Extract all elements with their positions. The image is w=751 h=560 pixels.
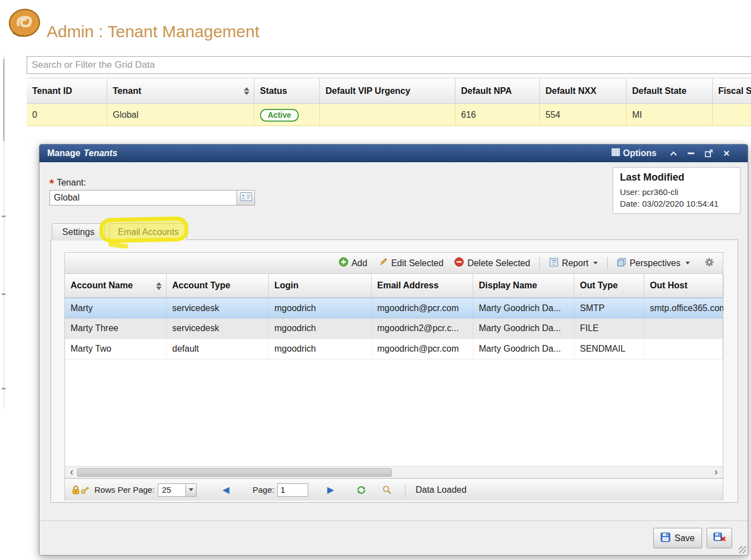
col-display-name[interactable]: Display Name bbox=[473, 274, 574, 298]
pager-separator bbox=[405, 483, 405, 497]
cell-status[interactable]: Active bbox=[254, 104, 320, 126]
grid-filter-input[interactable] bbox=[27, 56, 751, 74]
collapsed-panel-grip[interactable] bbox=[3, 59, 4, 141]
cell-text: mgoodrich bbox=[274, 303, 316, 313]
col-out-host[interactable]: Out Host bbox=[644, 274, 724, 298]
user-label: User: bbox=[620, 187, 640, 197]
cell-text: mgoodrich@pcr.com bbox=[377, 344, 459, 353]
cell-account-name[interactable]: Marty bbox=[65, 298, 167, 319]
col-tenant[interactable]: Tenant bbox=[107, 78, 254, 104]
search-icon[interactable] bbox=[382, 485, 392, 494]
cell-account-name[interactable]: Marty Two bbox=[65, 339, 167, 359]
dialog-titlebar[interactable]: ManageTenants Options bbox=[39, 144, 748, 162]
col-default-nxx[interactable]: Default NXX bbox=[540, 78, 627, 104]
cell-account-type[interactable]: servicedesk bbox=[167, 298, 269, 319]
cell-text: mgoodrich bbox=[274, 344, 316, 353]
cell-text: servicedesk bbox=[172, 303, 219, 313]
col-label: Default NPA bbox=[461, 86, 512, 96]
close-icon[interactable] bbox=[722, 149, 731, 158]
account-row[interactable]: Marty Three servicedesk mgoodrich mgoodr… bbox=[65, 318, 723, 339]
tenant-row-global[interactable]: 0 Global Active 616 554 MI bbox=[27, 104, 751, 126]
cell-account-type[interactable]: default bbox=[167, 339, 269, 359]
rows-per-page-select[interactable]: 25 bbox=[158, 483, 197, 497]
tenant-picker-button[interactable] bbox=[237, 191, 254, 205]
cell-out-host[interactable] bbox=[644, 339, 724, 359]
sort-icon[interactable] bbox=[244, 87, 249, 95]
cell-out-type[interactable]: SMTP bbox=[574, 298, 644, 319]
cell-display-name[interactable]: Marty Goodrich Da... bbox=[473, 339, 574, 359]
cell-tenant-id[interactable]: 0 bbox=[27, 104, 107, 126]
cell-email-address[interactable]: mgoodrich@pcr.com bbox=[372, 298, 473, 319]
col-out-type[interactable]: Out Type bbox=[574, 274, 644, 298]
scroll-left-icon[interactable]: ‹ bbox=[66, 467, 77, 478]
cell-fiscal[interactable] bbox=[713, 104, 751, 126]
cell-email-address[interactable]: mgoodrich@pcr.com bbox=[372, 339, 473, 359]
cell-login[interactable]: mgoodrich bbox=[269, 318, 372, 339]
cell-account-name[interactable]: Marty Three bbox=[65, 318, 167, 339]
previous-page-icon[interactable]: ◀ bbox=[222, 484, 229, 495]
next-page-icon[interactable]: ▶ bbox=[327, 484, 334, 495]
tab-email-accounts[interactable]: Email Accounts bbox=[109, 223, 187, 241]
cell-out-host[interactable] bbox=[644, 318, 724, 339]
perspectives-button[interactable]: Perspectives bbox=[613, 256, 694, 271]
minimize-icon[interactable] bbox=[687, 149, 695, 158]
col-status[interactable]: Status bbox=[254, 78, 320, 104]
account-row[interactable]: Marty Two default mgoodrich mgoodrich@pc… bbox=[65, 339, 723, 359]
report-button[interactable]: Report bbox=[545, 256, 602, 271]
tab-settings[interactable]: Settings bbox=[52, 223, 105, 241]
account-row-selected[interactable]: Marty servicedesk mgoodrich mgoodrich@pc… bbox=[65, 298, 723, 318]
collapse-icon[interactable] bbox=[669, 149, 678, 158]
save-and-close-button[interactable] bbox=[707, 528, 732, 548]
col-login[interactable]: Login bbox=[269, 274, 372, 298]
save-icon bbox=[660, 532, 670, 544]
dialog-title: ManageTenants bbox=[47, 148, 117, 158]
col-default-npa[interactable]: Default NPA bbox=[455, 78, 540, 104]
cell-display-name[interactable]: Marty Goodrich Da... bbox=[473, 318, 574, 339]
cell-out-host[interactable]: smtp.office365.com bbox=[644, 298, 724, 319]
edit-selected-button[interactable]: Edit Selected bbox=[374, 256, 447, 271]
options-button[interactable]: Options bbox=[612, 148, 657, 158]
cell-out-type[interactable]: FILE bbox=[574, 318, 644, 339]
save-button[interactable]: Save bbox=[653, 528, 702, 548]
popout-icon[interactable] bbox=[704, 149, 713, 158]
sort-icon[interactable] bbox=[156, 282, 162, 290]
col-account-type[interactable]: Account Type bbox=[167, 274, 269, 298]
resize-grip[interactable] bbox=[739, 546, 746, 553]
cell-account-type[interactable]: servicedesk bbox=[167, 318, 269, 339]
key-icon[interactable] bbox=[80, 485, 90, 495]
cell-default-nxx[interactable]: 554 bbox=[540, 104, 627, 126]
scrollbar-thumb[interactable] bbox=[77, 468, 392, 477]
col-default-state[interactable]: Default State bbox=[627, 78, 713, 104]
cell-text: mgoodrich2@pcr.c... bbox=[377, 323, 459, 333]
horizontal-scrollbar[interactable]: ‹ › bbox=[65, 466, 723, 478]
col-label: Account Type bbox=[172, 281, 231, 290]
app-logo-icon bbox=[7, 8, 42, 43]
page-number-input[interactable] bbox=[277, 483, 308, 497]
cell-login[interactable]: mgoodrich bbox=[269, 298, 372, 319]
col-account-name[interactable]: Account Name bbox=[65, 274, 167, 298]
col-fiscal[interactable]: Fiscal S bbox=[713, 78, 751, 104]
delete-selected-button[interactable]: Delete Selected bbox=[450, 256, 534, 271]
cell-default-state[interactable]: MI bbox=[627, 104, 713, 126]
add-button[interactable]: Add bbox=[335, 256, 371, 271]
cell-out-type[interactable]: SENDMAIL bbox=[574, 339, 644, 359]
col-tenant-id[interactable]: Tenant ID bbox=[27, 78, 107, 104]
cell-display-name[interactable]: Marty Goodrich Da... bbox=[473, 298, 574, 319]
cell-text: Marty Goodrich Da... bbox=[479, 323, 561, 333]
col-email-address[interactable]: Email Address bbox=[372, 274, 473, 298]
cell-text: mgoodrich@pcr.com bbox=[377, 303, 459, 313]
cell-email-address[interactable]: mgoodrich2@pcr.c... bbox=[372, 318, 473, 339]
cell-default-npa[interactable]: 616 bbox=[455, 104, 540, 126]
refresh-icon[interactable] bbox=[356, 485, 367, 495]
cell-text: mgoodrich bbox=[274, 323, 316, 333]
perspectives-icon bbox=[617, 258, 626, 269]
grid-settings-button[interactable] bbox=[700, 256, 718, 271]
tenant-input[interactable] bbox=[50, 191, 237, 205]
lock-icon[interactable] bbox=[72, 485, 80, 494]
cell-tenant[interactable]: Global bbox=[107, 104, 254, 126]
cell-login[interactable]: mgoodrich bbox=[269, 339, 372, 359]
cell-text: servicedesk bbox=[172, 323, 219, 333]
col-default-vip-urgency[interactable]: Default VIP Urgency bbox=[320, 78, 455, 104]
cell-default-vip-urgency[interactable] bbox=[320, 104, 455, 126]
scroll-right-icon[interactable]: › bbox=[710, 467, 722, 478]
